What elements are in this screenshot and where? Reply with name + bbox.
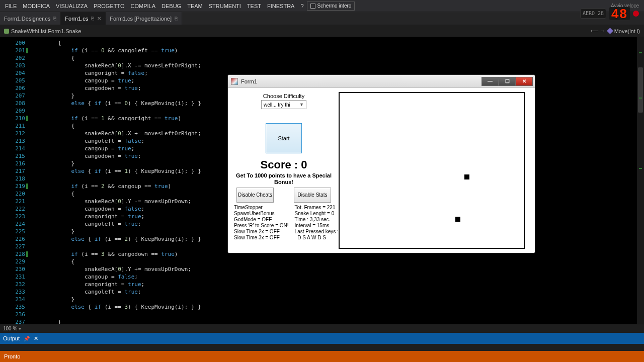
disable-stats-button[interactable]: Disable Stats [294,188,331,203]
running-form-window[interactable]: Form1 — ☐ ✕ Choose Difficulty well... tr… [227,74,535,253]
difficulty-combo[interactable]: well... try thi ▼ [261,100,306,109]
fullscreen-button[interactable]: Schermo intero [307,2,355,11]
nav-arrow-icon: ⟵ → [591,28,606,34]
maximize-button[interactable]: ☐ [499,77,516,86]
code-line[interactable]: if (i == 0 && cangoleft == true) [31,47,644,54]
status-text: Pronto [4,353,20,359]
line-number: 206 [0,84,25,92]
code-line[interactable]: cangoright = true; [31,281,644,288]
code-line[interactable]: { [31,54,644,62]
minimize-button[interactable]: — [481,77,499,86]
menu-item-visualizza[interactable]: VISUALIZZA [53,0,91,12]
scroll-mark [639,98,642,99]
menu-item-file[interactable]: FILE [2,0,20,12]
pin-icon[interactable]: ⎘ [91,16,94,21]
disable-cheats-button[interactable]: Disable Cheats [236,188,274,203]
code-line[interactable]: } [31,318,644,324]
line-number: 221 [0,198,25,205]
tab-label: Form1.Designer.cs [4,16,50,22]
menu-item-strumenti[interactable]: STRUMENTI [206,0,244,12]
code-line[interactable]: { [31,258,644,265]
code-line[interactable]: } [31,296,644,303]
menu-item-?[interactable]: ? [297,0,306,12]
line-number: 205 [0,77,25,84]
game-playfield[interactable] [339,92,525,249]
code-line[interactable]: snakeRecA[0].X -= movesLeftOrRight; [31,62,644,69]
line-number: 213 [0,137,25,145]
line-number: 204 [0,69,25,77]
form-titlebar[interactable]: Form1 — ☐ ✕ [228,75,535,88]
line-number: 225 [0,228,25,235]
line-number: 232 [0,281,25,288]
fraps-badge: AERO 28 [580,9,606,19]
score-label: Score : 0 [261,158,307,171]
method-dropdown[interactable]: ⟵ → Move(int i) [587,28,644,34]
scrollbar-thumb[interactable] [638,67,643,113]
editor-footer: 100 % [0,324,644,333]
pin-icon[interactable]: ⎘ [175,16,178,21]
fullscreen-label: Schermo intero [317,3,352,9]
close-button[interactable]: ✕ [516,77,533,86]
start-label: Start [278,135,289,141]
tab-form1-cs-progettazione-[interactable]: Form1.cs [Progettazione]⎘ [106,12,182,25]
menu-item-progetto[interactable]: PROGETTO [91,0,128,12]
code-line[interactable]: cangoleft = true; [31,288,644,296]
resize-cursor-icon: ↕ [380,251,383,253]
menu-item-compila[interactable]: COMPILA [128,0,159,12]
form-title: Form1 [241,78,478,84]
close-icon[interactable]: ✕ [34,335,38,342]
line-number: 230 [0,265,25,273]
start-button[interactable]: Start [266,123,302,153]
code-line[interactable] [31,311,644,318]
code-line[interactable]: else { if (i == 3) { KeepMoving(i); } } [31,303,644,311]
class-name: SnakeWithList.Form1.Snake [11,28,81,34]
line-number: 220 [0,190,25,198]
chevron-down-icon: ▼ [299,102,304,107]
form-left-column: Choose Difficulty well... try thi ▼ Star… [232,92,336,249]
tab-form1-designer-cs[interactable]: Form1.Designer.cs⎘ [0,12,61,25]
line-number: 212 [0,130,25,137]
form-icon [231,78,238,85]
code-line[interactable]: { [31,39,644,47]
line-number: 234 [0,296,25,303]
pin-icon[interactable]: 📌 [24,336,30,341]
line-number: 216 [0,160,25,167]
line-number: 229 [0,258,25,265]
line-number: 203 [0,62,25,69]
menu-item-test[interactable]: TEST [244,0,264,12]
status-bar: Pronto [0,351,644,362]
disable-cheats-label: Disable Cheats [238,192,272,198]
pin-icon[interactable]: ⎘ [53,16,56,21]
menu-item-modifica[interactable]: MODIFICA [20,0,53,12]
code-line[interactable]: cangoup = false; [31,273,644,281]
line-number: 219 [0,183,25,190]
menu-item-finestra[interactable]: FINESTRA [264,0,297,12]
main-menu-bar: FILEMODIFICAVISUALIZZAPROGETTOCOMPILADEB… [0,0,644,12]
combo-value: well... try thi [264,102,290,108]
line-number: 208 [0,100,25,107]
snake-pixel [464,174,469,179]
record-dot-icon [633,11,639,17]
zoom-dropdown[interactable]: 100 % [3,326,21,331]
class-dropdown[interactable]: SnakeWithList.Form1.Snake [0,28,85,34]
line-number: 211 [0,122,25,130]
close-icon[interactable]: ✕ [97,16,101,21]
disable-stats-label: Disable Stats [298,192,328,198]
stats-list: Tot. Frames = 221 Snake Lenght = 0 Time … [295,205,339,241]
code-line[interactable]: snakeRecA[0].Y += movesUpOrDown; [31,265,644,273]
output-panel-header[interactable]: Output 📌 ✕ [0,333,644,344]
fraps-overlay: AERO 28 48 [580,7,639,20]
method-icon [607,28,613,34]
line-number: 233 [0,288,25,296]
line-number: 200 [0,39,25,47]
line-number: 217 [0,167,25,175]
scroll-mark [639,52,642,53]
menu-item-debug[interactable]: DEBUG [158,0,184,12]
method-name: Move(int i) [614,28,640,34]
vertical-scrollbar[interactable] [637,37,644,324]
tab-form1-cs[interactable]: Form1.cs⎘✕ [61,12,106,25]
snake-pixel [455,217,460,222]
line-number: 222 [0,205,25,213]
menu-item-team[interactable]: TEAM [184,0,206,12]
line-number: 215 [0,152,25,160]
